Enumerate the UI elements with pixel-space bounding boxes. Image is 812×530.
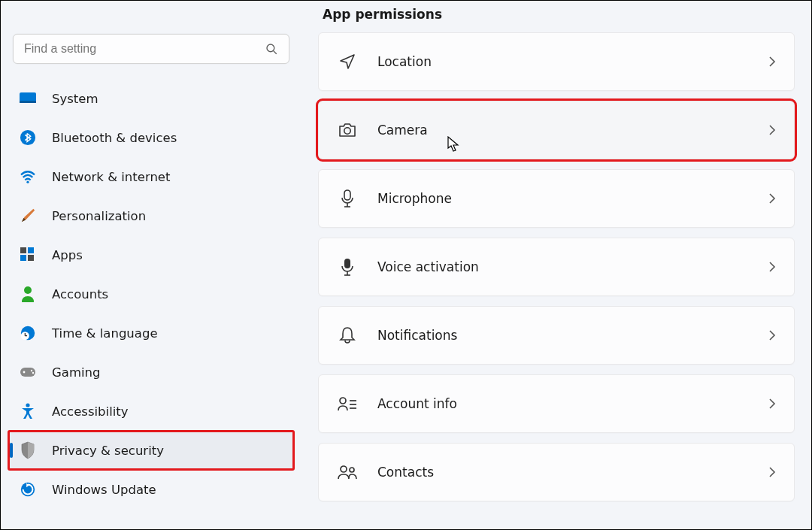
sidebar-item-label: Network & internet	[52, 170, 170, 184]
sidebar-item-personalization[interactable]: Personalization	[8, 196, 294, 235]
tile-location[interactable]: Location	[318, 32, 795, 91]
tile-label: Location	[377, 54, 768, 69]
sidebar-item-bluetooth[interactable]: Bluetooth & devices	[8, 118, 294, 157]
person-icon	[19, 285, 37, 303]
svg-point-21	[344, 128, 350, 134]
sidebar: System Bluetooth & devices Network & int…	[1, 1, 301, 529]
sidebar-item-label: System	[52, 92, 98, 106]
permission-tiles: Location Camera Microphone	[318, 32, 795, 501]
tile-microphone[interactable]: Microphone	[318, 169, 795, 228]
section-title: App permissions	[323, 7, 795, 22]
svg-point-18	[32, 372, 34, 374]
sidebar-item-system[interactable]: System	[8, 79, 294, 118]
svg-rect-8	[20, 255, 26, 261]
svg-rect-7	[28, 247, 34, 253]
svg-point-0	[267, 44, 274, 52]
svg-point-17	[31, 370, 32, 371]
paintbrush-icon	[19, 207, 37, 225]
sidebar-item-label: Apps	[52, 248, 83, 262]
bluetooth-icon	[19, 129, 37, 147]
search-field[interactable]	[24, 42, 265, 56]
voice-icon	[337, 256, 358, 277]
sidebar-item-label: Time & language	[52, 326, 158, 341]
contacts-icon	[337, 462, 358, 483]
tile-label: Account info	[377, 396, 768, 411]
svg-point-10	[24, 286, 32, 294]
camera-icon	[337, 120, 358, 141]
update-icon	[19, 480, 37, 498]
sidebar-item-label: Bluetooth & devices	[52, 131, 177, 145]
chevron-right-icon	[768, 192, 776, 204]
sidebar-item-accounts[interactable]: Accounts	[8, 274, 294, 313]
shield-icon	[19, 441, 37, 459]
sidebar-item-label: Gaming	[52, 365, 101, 380]
chevron-right-icon	[768, 124, 776, 136]
sidebar-item-label: Accounts	[52, 287, 108, 301]
svg-point-19	[26, 403, 29, 407]
sidebar-item-time-language[interactable]: Time & language	[8, 313, 294, 353]
search-input[interactable]	[13, 34, 289, 64]
sidebar-item-label: Accessibility	[52, 404, 129, 419]
system-icon	[19, 89, 37, 108]
svg-rect-6	[20, 247, 26, 253]
sidebar-item-gaming[interactable]: Gaming	[8, 353, 294, 392]
tile-voice-activation[interactable]: Voice activation	[318, 238, 795, 296]
sidebar-item-apps[interactable]: Apps	[8, 235, 294, 274]
tile-contacts[interactable]: Contacts	[318, 443, 795, 501]
svg-rect-25	[344, 259, 350, 268]
sidebar-item-label: Privacy & security	[52, 444, 164, 458]
sidebar-item-windows-update[interactable]: Windows Update	[8, 470, 294, 509]
sidebar-item-privacy-security[interactable]: Privacy & security	[8, 431, 294, 470]
sidebar-nav: System Bluetooth & devices Network & int…	[1, 74, 301, 513]
tile-label: Contacts	[377, 465, 768, 480]
svg-point-32	[341, 466, 347, 472]
svg-point-5	[26, 181, 29, 183]
chevron-right-icon	[768, 329, 776, 341]
svg-point-33	[350, 468, 354, 472]
accessibility-icon	[19, 402, 37, 420]
sidebar-item-label: Windows Update	[52, 483, 156, 497]
sidebar-item-label: Personalization	[52, 209, 146, 223]
svg-rect-3	[20, 101, 36, 103]
chevron-right-icon	[768, 56, 776, 68]
chevron-right-icon	[768, 398, 776, 410]
svg-point-28	[340, 398, 346, 404]
sidebar-item-network[interactable]: Network & internet	[8, 157, 294, 196]
apps-icon	[19, 246, 37, 264]
chevron-right-icon	[768, 261, 776, 273]
tile-label: Microphone	[377, 191, 768, 206]
tile-label: Notifications	[377, 328, 768, 343]
svg-line-1	[274, 51, 277, 54]
svg-rect-22	[344, 190, 350, 200]
account-info-icon	[337, 393, 358, 414]
tile-notifications[interactable]: Notifications	[318, 306, 795, 365]
location-icon	[337, 51, 358, 72]
gamepad-icon	[19, 363, 37, 381]
chevron-right-icon	[768, 466, 776, 478]
svg-rect-9	[28, 255, 34, 261]
bell-icon	[337, 325, 358, 346]
main-content: App permissions Location Camera	[301, 1, 811, 529]
tile-account-info[interactable]: Account info	[318, 374, 795, 433]
tile-label: Voice activation	[377, 259, 768, 274]
svg-point-16	[23, 371, 26, 374]
sidebar-item-accessibility[interactable]: Accessibility	[8, 392, 294, 431]
microphone-icon	[337, 188, 358, 209]
globe-clock-icon	[19, 324, 37, 342]
tile-label: Camera	[377, 123, 768, 138]
search-icon	[265, 42, 278, 56]
tile-camera[interactable]: Camera	[318, 101, 795, 159]
wifi-icon	[19, 168, 37, 186]
